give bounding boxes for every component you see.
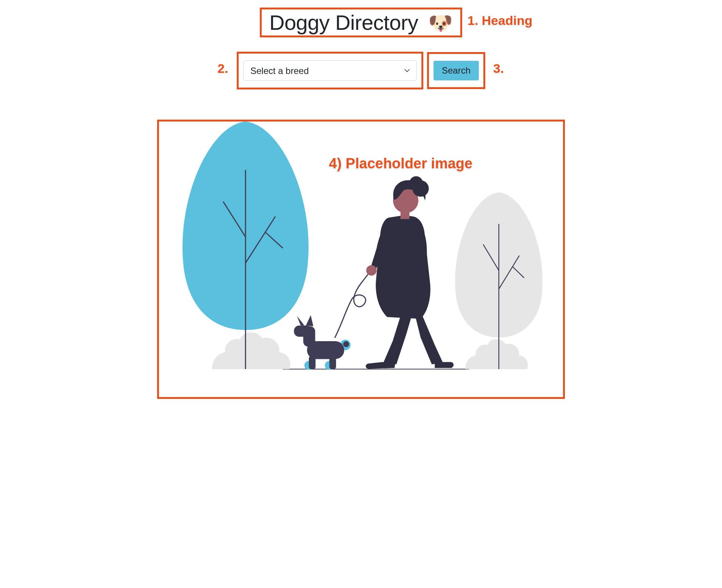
leash-icon	[335, 271, 370, 338]
page-title: Doggy Directory 🐶	[269, 10, 453, 35]
left-blue-tree-icon	[182, 122, 309, 369]
annotation-placeholder-image-label: 4) Placeholder image	[329, 155, 472, 172]
right-grey-tree-icon	[455, 192, 542, 369]
dog-icon	[294, 315, 350, 370]
svg-point-16	[343, 341, 349, 347]
breed-select[interactable]: Select a breed	[243, 60, 417, 81]
svg-rect-12	[309, 356, 316, 369]
search-button-annotation-box: Search	[427, 52, 485, 89]
heading-annotation-box: Doggy Directory 🐶	[260, 8, 462, 37]
select-annotation-box: Select a breed	[237, 52, 423, 89]
search-button[interactable]: Search	[434, 61, 479, 80]
right-bush-icon	[465, 339, 528, 369]
svg-rect-13	[329, 356, 336, 369]
left-bush-icon	[212, 332, 290, 369]
person-walking-icon	[366, 176, 454, 369]
annotation-heading-label: 1. Heading	[467, 13, 532, 28]
annotation-select-label: 2.	[218, 61, 228, 76]
svg-point-21	[409, 176, 423, 190]
annotation-search-button-label: 3.	[493, 61, 504, 76]
placeholder-image-annotation-box: 4) Placeholder image	[157, 120, 565, 399]
dog-face-icon: 🐶	[428, 12, 453, 34]
svg-point-17	[366, 265, 377, 276]
page-title-text: Doggy Directory	[269, 11, 418, 34]
svg-rect-15	[294, 326, 312, 337]
